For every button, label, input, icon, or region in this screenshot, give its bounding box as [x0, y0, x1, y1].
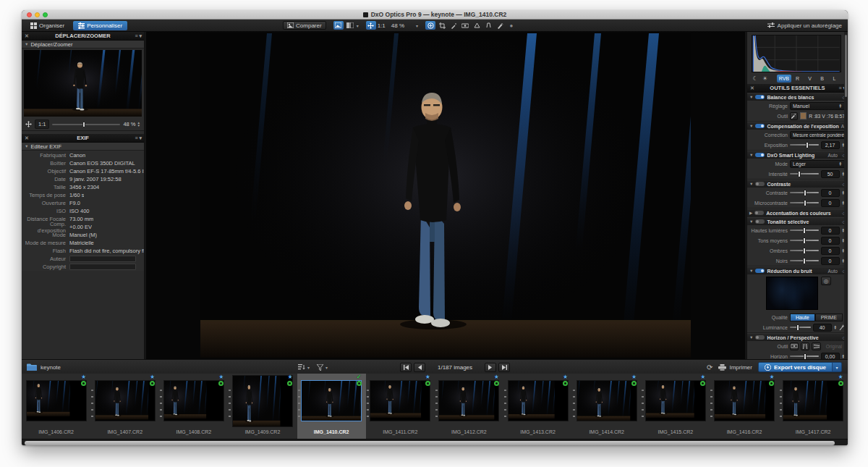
perspective-tool-button[interactable]	[483, 21, 493, 30]
slider-knob[interactable]	[82, 122, 85, 127]
luminance-value[interactable]: 40	[813, 324, 832, 332]
intensite-slider[interactable]	[790, 173, 819, 174]
stepper[interactable]: ▲▼	[834, 325, 837, 330]
thumbnail[interactable]	[232, 375, 293, 427]
exif-caret-icon[interactable]: ▾	[139, 135, 142, 141]
auteur-field[interactable]	[69, 256, 136, 262]
contraste-value[interactable]: 0	[821, 189, 840, 197]
right-panel-scrollbar[interactable]	[844, 32, 848, 359]
crop-tool-button[interactable]	[437, 21, 447, 30]
channel-b[interactable]: B	[816, 75, 828, 83]
thumbnail[interactable]	[163, 380, 224, 421]
thumbnail[interactable]	[645, 380, 706, 421]
star-badge[interactable]: ★	[81, 374, 86, 380]
star-badge[interactable]: ★	[287, 374, 292, 380]
check-badge[interactable]: ✓	[357, 374, 362, 380]
export-caret-icon[interactable]: ▾	[832, 363, 841, 371]
contraste-slider[interactable]	[790, 192, 819, 193]
tab-organiser[interactable]: Organiser	[25, 21, 69, 30]
channel-l[interactable]: L	[828, 75, 841, 83]
tonalite-toggle[interactable]	[755, 219, 765, 224]
tons-moyens-value[interactable]: 0	[821, 237, 840, 245]
apply-autoset-button[interactable]: Appliquer un autoréglage	[767, 22, 842, 29]
whitebalance-eyedropper-button[interactable]	[448, 21, 459, 30]
imprimer-button[interactable]: Imprimer	[718, 364, 752, 371]
filmstrip-item[interactable]: ★ IMG_1414.CR2	[572, 374, 641, 439]
channel-rvb[interactable]: RVB	[777, 75, 791, 83]
star-badge[interactable]: ★	[769, 374, 774, 380]
comparer-button[interactable]: Comparer	[283, 21, 326, 30]
split-view-button[interactable]	[345, 21, 355, 30]
navigator-thumbnail[interactable]	[24, 50, 142, 117]
title-bar[interactable]: DxO Optics Pro 9 — keynote — IMG_1410.CR…	[22, 10, 848, 20]
shadow-clip-icon[interactable]: ☾	[752, 75, 759, 82]
exposition-slider[interactable]	[790, 144, 819, 146]
next-image-button[interactable]	[485, 363, 496, 372]
scrollbar-thumb[interactable]	[25, 441, 835, 445]
view-caret-icon[interactable]: ▾	[357, 23, 359, 28]
noirs-slider[interactable]	[790, 260, 819, 261]
star-badge[interactable]: ★	[838, 374, 843, 380]
filmstrip-item[interactable]: ★ IMG_1409.CR2	[228, 374, 297, 439]
navigator-menu-icon[interactable]: ≡	[135, 33, 137, 39]
hand-tool-button[interactable]	[425, 21, 435, 30]
section-header[interactable]: ▼ DxO Smart Lighting Auto ↺	[747, 151, 848, 159]
thumbnail[interactable]	[95, 380, 156, 421]
thumbnail[interactable]	[508, 380, 569, 421]
tab-personnaliser[interactable]: Personnaliser	[73, 21, 127, 30]
star-badge[interactable]: ★	[425, 374, 430, 380]
zoom-caret-icon[interactable]: ▾	[416, 23, 418, 28]
dust-tool-button[interactable]	[495, 21, 505, 30]
rotate-icon[interactable]: ⟳	[707, 363, 712, 371]
couleurs-toggle[interactable]	[754, 211, 764, 215]
filmstrip-item-selected[interactable]: ✓ IMG_1410.CR2	[297, 374, 366, 439]
noise-preview[interactable]	[766, 277, 818, 310]
ombres-slider[interactable]	[790, 250, 819, 251]
filmstrip-item[interactable]: ★ IMG_1408.CR2	[159, 374, 228, 439]
auto-label[interactable]: Auto	[828, 269, 838, 274]
star-badge[interactable]: ★	[218, 374, 224, 380]
thumbnail[interactable]	[438, 380, 499, 421]
sphere-tool-button[interactable]: ●	[506, 21, 516, 30]
qualite-prime-button[interactable]: PRIME	[815, 314, 843, 321]
first-image-button[interactable]	[400, 363, 412, 372]
thumbnail[interactable]	[370, 380, 430, 421]
wb-toggle[interactable]	[755, 95, 765, 99]
folder-name[interactable]: keynote	[41, 364, 61, 371]
thumbnail[interactable]	[576, 380, 637, 421]
filmstrip-scrollbar[interactable]	[22, 439, 848, 445]
horizon-value[interactable]: 0,00	[821, 353, 840, 360]
zoom-level-value[interactable]: 48 %	[391, 22, 404, 29]
exif-subheader[interactable]: ▼ Editeur EXIF	[22, 143, 144, 151]
channel-v[interactable]: V	[804, 75, 816, 83]
reglage-dropdown[interactable]: Manuel▲▼	[790, 102, 845, 110]
smart-toggle[interactable]	[755, 153, 765, 157]
intensite-value[interactable]: 50	[821, 170, 840, 178]
section-header[interactable]: ▼ Réduction du bruit Auto ↺	[747, 266, 848, 274]
pan-tool-button[interactable]	[366, 21, 376, 30]
filmstrip-item[interactable]: ★ IMG_1412.CR2	[435, 374, 503, 439]
thumbnail[interactable]	[26, 380, 87, 421]
zoom-ratio-label[interactable]: 1:1	[378, 22, 386, 29]
filmstrip-item[interactable]: ★ IMG_1416.CR2	[710, 374, 778, 439]
section-header[interactable]: ▼ Compensation de l'exposition Auto ↺	[747, 122, 848, 130]
navigator-ratio-button[interactable]: 1:1	[35, 119, 49, 129]
luminance-slider[interactable]	[790, 327, 811, 328]
last-image-button[interactable]	[498, 363, 510, 372]
contraste-toggle[interactable]	[755, 182, 765, 186]
channel-r[interactable]: R	[791, 75, 804, 83]
bruit-toggle[interactable]	[755, 269, 765, 273]
correction-dropdown[interactable]: Mesure centrale pondérée▲▼	[790, 131, 845, 139]
star-badge[interactable]: ★	[150, 374, 155, 380]
section-header[interactable]: ▼ Horizon / Perspective ↺	[747, 333, 848, 341]
qualite-haute-button[interactable]: Haute	[790, 314, 815, 321]
export-vers-disque-button[interactable]: Export vers disque ▾	[758, 362, 842, 372]
main-photo[interactable]	[200, 33, 691, 358]
zoom-stepper[interactable]: ▲▼	[137, 122, 140, 127]
filmstrip-item[interactable]: ★ IMG_1413.CR2	[503, 374, 572, 439]
section-header[interactable]: ▶ Accentuation des couleurs ↺	[747, 209, 848, 216]
filmstrip-item[interactable]: ★ IMG_1411.CR2	[366, 374, 435, 439]
filter-button[interactable]: ▾	[317, 364, 328, 371]
horizon-slider[interactable]	[790, 355, 819, 357]
thumbnail[interactable]	[301, 380, 362, 421]
